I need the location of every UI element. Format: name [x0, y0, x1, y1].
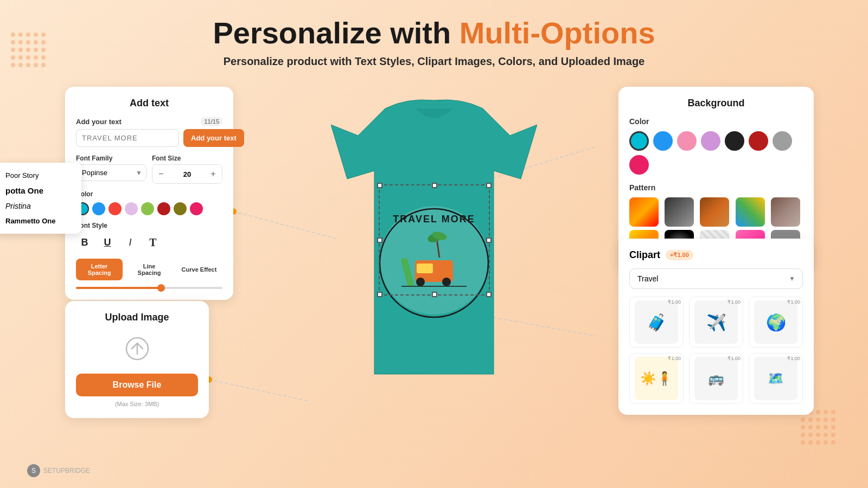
clipart-img-1: 🧳	[635, 300, 678, 344]
handle-right-mid[interactable]	[486, 237, 492, 243]
letter-spacing-button[interactable]: Letter Spacing	[76, 259, 123, 280]
font-option-rammetto[interactable]: Rammetto One	[0, 214, 76, 228]
bg-swatch-teal[interactable]	[629, 131, 649, 151]
pattern-5[interactable]	[771, 197, 800, 227]
color-swatch-red[interactable]	[108, 202, 122, 215]
bg-swatch-darkred[interactable]	[749, 131, 768, 151]
clipart-panel: Clipart +₹1.00 Travel Sports Nature ▼ ₹1…	[618, 239, 814, 415]
bg-pattern-label: Pattern	[629, 183, 803, 192]
design-selection-border	[379, 184, 490, 296]
clipart-img-6: 🗺️	[754, 357, 797, 400]
clipart-select-wrap: Travel Sports Nature ▼	[629, 268, 803, 289]
handle-left-mid[interactable]	[377, 237, 382, 243]
char-count: 11/15	[201, 117, 222, 126]
font-dropdown[interactable]: Poor Story potta One Pristina Rammetto O…	[0, 163, 81, 234]
pattern-2[interactable]	[665, 197, 694, 227]
font-family-label: Font Family	[76, 155, 146, 162]
font-option-pristina[interactable]: Pristina	[0, 198, 76, 214]
curve-effect-button[interactable]: Curve Effect	[176, 259, 222, 280]
header: Personalize with Multi-Options Personali…	[0, 0, 868, 68]
upload-panel: Upload Image Browse File (Max Size: 3MB)	[65, 301, 209, 418]
addtext-title: Add text	[76, 98, 222, 109]
font-style-buttons: B U I T	[76, 234, 222, 251]
clipart-header: Clipart +₹1.00	[629, 249, 803, 261]
logo-area: S SETUPBRIDGE	[27, 464, 90, 477]
clipart-grid: ₹1.00 🧳 ₹1.00 ✈️ ₹1.00 🌍 ₹1.00 ☀️🧍 ₹1.00…	[629, 297, 803, 404]
add-text-button[interactable]: Add your text	[183, 129, 244, 147]
spacing-slider[interactable]	[76, 287, 222, 289]
clipart-item-3[interactable]: ₹1.00 🌍	[749, 297, 803, 348]
strikethrough-button[interactable]: T	[144, 234, 162, 251]
clipart-price-badge: +₹1.00	[666, 250, 693, 260]
color-swatches	[76, 202, 222, 215]
font-size-value: 20	[170, 170, 205, 178]
clipart-item-1[interactable]: ₹1.00 🧳	[629, 297, 684, 348]
max-size-label: (Max Size: 3MB)	[76, 401, 198, 407]
addtext-panel: Add text Add your text 11/15 Add your te…	[65, 87, 233, 300]
color-swatch-pink[interactable]	[190, 202, 203, 215]
font-size-decrease[interactable]: −	[152, 165, 170, 183]
clipart-title: Clipart	[629, 249, 660, 261]
bg-swatch-black[interactable]	[725, 131, 744, 151]
italic-button[interactable]: I	[122, 234, 139, 251]
decorative-dots-left	[11, 33, 46, 67]
tshirt-container: TRAVEL MORE	[331, 92, 537, 401]
browse-file-button[interactable]: Browse File	[76, 374, 198, 396]
bg-swatch-gray[interactable]	[773, 131, 792, 151]
font-family-select[interactable]: Popinse	[76, 164, 146, 181]
title-black: Personalize with	[213, 16, 459, 50]
clipart-item-2[interactable]: ₹1.00 ✈️	[689, 297, 743, 348]
pattern-4[interactable]	[736, 197, 765, 227]
handle-top-right[interactable]	[486, 183, 492, 188]
logo-icon: S	[27, 464, 40, 477]
color-swatch-olive[interactable]	[174, 202, 187, 215]
background-title: Background	[629, 98, 803, 109]
upload-icon	[76, 331, 198, 366]
pattern-1[interactable]	[629, 197, 659, 227]
handle-top-left[interactable]	[377, 183, 382, 188]
page-title: Personalize with Multi-Options	[0, 16, 868, 50]
line-spacing-button[interactable]: Line Spacing	[126, 259, 173, 280]
clipart-select[interactable]: Travel Sports Nature	[629, 268, 803, 289]
clipart-item-5[interactable]: ₹1.00 🚌	[689, 353, 743, 404]
bg-color-label: Color	[629, 117, 803, 126]
addtext-label: Add your text	[76, 118, 122, 126]
bg-swatch-pink[interactable]	[677, 131, 697, 151]
font-style-label: Font Style	[76, 222, 222, 229]
title-orange: Multi-Options	[459, 16, 655, 50]
font-option-poorstory[interactable]: Poor Story	[0, 168, 76, 183]
handle-bottom-left[interactable]	[377, 292, 382, 297]
clipart-img-5: 🚌	[694, 357, 738, 400]
font-option-pottaone[interactable]: potta One	[0, 183, 76, 198]
pattern-3[interactable]	[700, 197, 729, 227]
text-input[interactable]	[76, 129, 179, 147]
spacing-buttons: Letter Spacing Line Spacing Curve Effect	[76, 259, 222, 280]
bg-color-swatches	[629, 131, 803, 175]
color-swatch-green[interactable]	[141, 202, 154, 215]
handle-top-mid[interactable]	[432, 183, 437, 188]
color-label: Color	[76, 190, 222, 198]
font-size-increase[interactable]: +	[205, 165, 222, 183]
clipart-item-4[interactable]: ₹1.00 ☀️🧍	[629, 353, 684, 404]
svg-line-1	[209, 380, 309, 401]
handle-bottom-right[interactable]	[486, 292, 492, 297]
svg-line-0	[233, 211, 336, 239]
bg-swatch-hotpink[interactable]	[629, 155, 649, 175]
header-subtitle: Personalize product with Text Styles, Cl…	[0, 55, 868, 68]
clipart-img-2: ✈️	[694, 300, 738, 344]
font-size-label: Font Size	[152, 155, 222, 162]
underline-button[interactable]: U	[99, 234, 116, 251]
clipart-img-4: ☀️🧍	[635, 357, 678, 400]
main-content: Poor Story potta One Pristina Rammetto O…	[0, 87, 868, 488]
handle-bottom-mid[interactable]	[432, 292, 437, 297]
color-swatch-darkred[interactable]	[157, 202, 170, 215]
bg-swatch-purple[interactable]	[701, 131, 720, 151]
color-swatch-blue[interactable]	[92, 202, 105, 215]
bold-button[interactable]: B	[76, 234, 93, 251]
clipart-item-6[interactable]: ₹1.00 🗺️	[749, 353, 803, 404]
upload-title: Upload Image	[76, 312, 198, 323]
clipart-img-3: 🌍	[754, 300, 797, 344]
logo-text: SETUPBRIDGE	[43, 467, 90, 474]
bg-swatch-blue[interactable]	[653, 131, 673, 151]
color-swatch-lavender[interactable]	[125, 202, 138, 215]
